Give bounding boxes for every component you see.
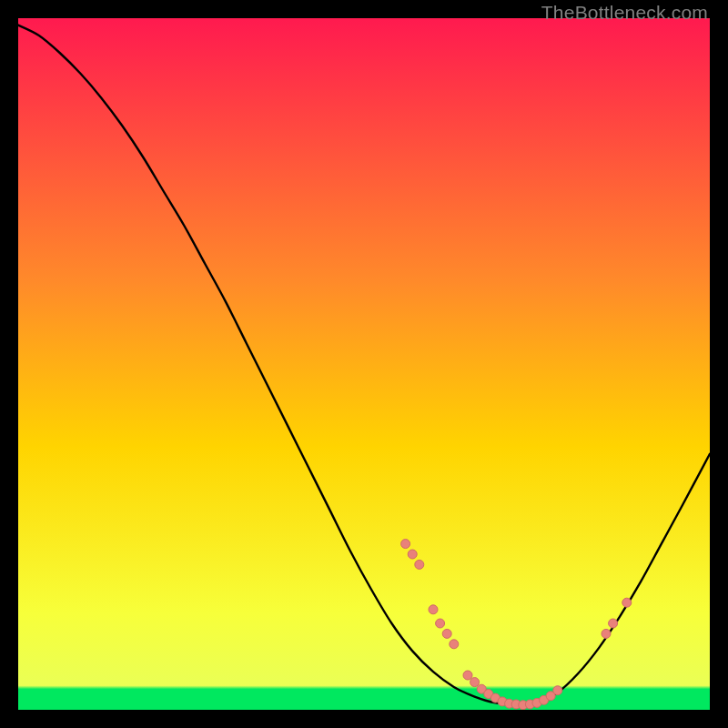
highlight-dot [429,605,438,614]
highlight-dot [450,640,459,649]
attribution-text: TheBottleneck.com [541,2,708,24]
chart-frame [18,18,710,710]
highlight-dot [622,598,632,607]
highlight-dot [436,619,445,628]
highlight-dot [408,550,417,559]
highlight-dot [415,560,424,569]
highlight-dot [470,678,480,687]
highlight-dot [602,629,611,638]
chart-svg [18,18,710,710]
highlight-dot [609,619,618,628]
highlight-dot [442,629,451,638]
highlight-dot [463,671,472,680]
highlight-dot [401,540,410,549]
highlight-dot [553,686,562,695]
gradient-background [18,18,710,710]
